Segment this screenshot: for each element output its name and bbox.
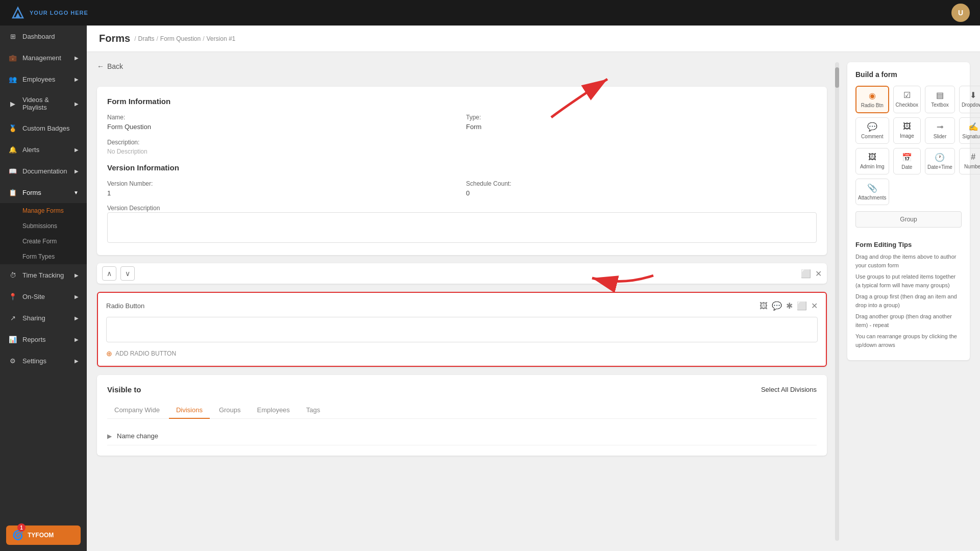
tool-checkbox[interactable]: ☑ Checkbox <box>893 86 921 113</box>
tab-employees[interactable]: Employees <box>250 402 297 419</box>
tool-signature[interactable]: ✍ Signature <box>959 117 980 144</box>
tab-tags[interactable]: Tags <box>299 402 327 419</box>
radio-button-card: Radio Button 🖼 💬 ✱ ⬜ ✕ ⊕ ADD RADIO BUTTO… <box>97 292 827 367</box>
comment-action-button[interactable]: 💬 <box>772 301 782 311</box>
duplicate-button[interactable]: ⬜ <box>797 301 807 311</box>
tool-date-label: Date <box>901 164 912 170</box>
editing-tip-5: You can rearrange groups by clicking the… <box>855 332 962 349</box>
tool-admin-img-label: Admin Img <box>860 164 885 169</box>
attachments-icon: 📎 <box>867 183 877 193</box>
radio-card-header: Radio Button 🖼 💬 ✱ ⬜ ✕ <box>106 301 818 311</box>
tool-date-time[interactable]: 🕐 Date+Time <box>925 148 955 174</box>
chevron-icon: ▶ <box>75 315 79 321</box>
form-icon: 📋 <box>8 188 17 197</box>
sidebar-sub-create-form[interactable]: Create Form <box>0 234 87 249</box>
tab-groups[interactable]: Groups <box>212 402 248 419</box>
image-action-button[interactable]: 🖼 <box>760 302 768 311</box>
tool-textbox-label: Textbox <box>931 102 948 108</box>
version-desc-label: Version Description <box>107 205 160 212</box>
division-chevron-icon: ▶ <box>107 433 112 440</box>
sidebar-item-custom-badges[interactable]: 🏅 Custom Badges <box>0 117 87 139</box>
version-desc-input[interactable] <box>107 212 817 243</box>
plus-icon: ⊕ <box>106 349 112 358</box>
group-button[interactable]: Group <box>855 211 962 228</box>
forms-submenu: Manage Forms Submissions Create Form For… <box>0 203 87 264</box>
play-icon: ▶ <box>8 99 17 108</box>
sidebar-sub-submissions[interactable]: Submissions <box>0 218 87 234</box>
expand-button[interactable]: ⬜ <box>801 269 811 279</box>
form-info-title: Form Information <box>107 97 817 106</box>
breadcrumb-version: Version #1 <box>207 35 236 42</box>
tool-radio-btn[interactable]: ◉ Radio Btn <box>855 86 889 113</box>
tool-dropdown[interactable]: ⬇ Dropdown <box>959 86 980 113</box>
sidebar-label-settings: Settings <box>22 357 46 365</box>
close-section-button[interactable]: ✕ <box>815 269 822 279</box>
sidebar-item-reports[interactable]: 📊 Reports ▶ <box>0 329 87 350</box>
select-all-button[interactable]: Select All Divisions <box>761 386 817 393</box>
tool-checkbox-label: Checkbox <box>896 102 918 108</box>
comment-icon: 💬 <box>867 122 877 132</box>
sidebar-item-sharing[interactable]: ↗ Sharing ▶ <box>0 307 87 329</box>
chevron-icon: ▶ <box>75 77 79 82</box>
sidebar-item-forms[interactable]: 📋 Forms ▼ <box>0 182 87 203</box>
tyfoom-button[interactable]: 1 🌀 TYFOOM <box>6 525 81 545</box>
sort-controls: ∧ ∨ <box>102 266 135 281</box>
main-scroll: ← Back Form Information Name: Form Quest… <box>87 52 980 551</box>
form-type-field: Type: Form <box>466 114 817 131</box>
number-icon: # <box>971 153 975 162</box>
sidebar-item-on-site[interactable]: 📍 On-Site ▶ <box>0 286 87 307</box>
visible-tabs: Company Wide Divisions Groups Employees … <box>107 402 817 419</box>
scroll-indicator <box>835 62 839 541</box>
tool-attachments[interactable]: 📎 Attachments <box>855 179 889 205</box>
back-button[interactable]: ← Back <box>97 62 827 70</box>
tool-date[interactable]: 📅 Date <box>893 148 921 174</box>
signature-icon: ✍ <box>968 122 978 132</box>
remove-button[interactable]: ✕ <box>811 301 818 311</box>
form-name-field: Name: Form Question <box>107 114 458 131</box>
textbox-icon: ▤ <box>936 90 944 100</box>
sidebar-item-alerts[interactable]: 🔔 Alerts ▶ <box>0 139 87 160</box>
tab-company-wide[interactable]: Company Wide <box>107 402 167 419</box>
back-label: Back <box>107 62 123 70</box>
sort-down-button[interactable]: ∨ <box>120 266 135 281</box>
form-desc-value: No Description <box>107 148 458 155</box>
tool-number[interactable]: # Number <box>959 148 980 174</box>
radio-question-input[interactable] <box>106 317 818 342</box>
division-row: ▶ Name change <box>107 427 817 445</box>
sidebar-item-time-tracking[interactable]: ⏱ Time Tracking ▶ <box>0 264 87 286</box>
sidebar-item-dashboard[interactable]: ⊞ Dashboard <box>0 26 87 47</box>
sidebar-label-custom-badges: Custom Badges <box>22 124 70 132</box>
tool-admin-img[interactable]: 🖼 Admin Img <box>855 148 889 174</box>
tab-divisions[interactable]: Divisions <box>169 402 210 419</box>
version-section: Version Information Version Number: 1 Sc… <box>107 163 817 245</box>
sidebar-item-employees[interactable]: 👥 Employees ▶ <box>0 68 87 90</box>
tool-attachments-label: Attachments <box>858 195 887 201</box>
tool-slider[interactable]: ⊸ Slider <box>925 117 955 144</box>
sort-up-button[interactable]: ∧ <box>102 266 116 281</box>
user-avatar[interactable]: U <box>951 4 970 22</box>
sidebar-item-management[interactable]: 💼 Management ▶ <box>0 47 87 68</box>
sidebar-label-employees: Employees <box>22 76 55 83</box>
sidebar-sub-form-types[interactable]: Form Types <box>0 249 87 264</box>
form-name-label: Name: <box>107 114 458 121</box>
asterisk-action-button[interactable]: ✱ <box>786 301 793 311</box>
tool-date-time-label: Date+Time <box>927 164 952 170</box>
editing-tips-title: Form Editing Tips <box>855 241 962 248</box>
version-number-label: Version Number: <box>107 180 458 187</box>
form-content: ← Back Form Information Name: Form Quest… <box>97 62 827 541</box>
chevron-icon: ▶ <box>75 101 79 107</box>
tool-comment[interactable]: 💬 Comment <box>855 117 889 144</box>
tool-textbox[interactable]: ▤ Textbox <box>925 86 955 113</box>
sidebar-item-settings[interactable]: ⚙ Settings ▶ <box>0 350 87 371</box>
tool-image[interactable]: 🖼 Image <box>893 117 921 144</box>
sidebar-label-sharing: Sharing <box>22 314 45 322</box>
sidebar-item-documentation[interactable]: 📖 Documentation ▶ <box>0 160 87 182</box>
chart-icon: 📊 <box>8 335 17 344</box>
sidebar-sub-manage-forms[interactable]: Manage Forms <box>0 203 87 218</box>
sidebar-item-videos[interactable]: ▶ Videos & Playlists ▶ <box>0 90 87 117</box>
radio-btn-icon: ◉ <box>869 91 876 101</box>
editing-tip-4: Drag another group (then drag another it… <box>855 312 962 329</box>
scroll-thumb[interactable] <box>835 67 839 88</box>
add-radio-button[interactable]: ⊕ ADD RADIO BUTTON <box>106 349 818 358</box>
book-icon: 📖 <box>8 166 17 176</box>
